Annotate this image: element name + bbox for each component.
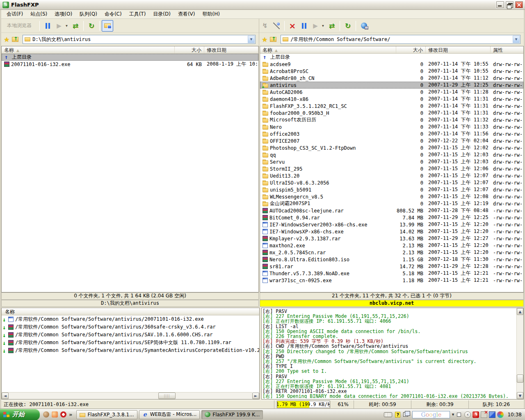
quick-connect-button[interactable] [259,20,271,32]
scroll-right-icon[interactable] [252,393,259,399]
file-row[interactable]: maxthon2.exe 2.13 MB 2007-11-15 上午 12:20… [260,242,523,249]
scroll-left-icon[interactable] [2,393,9,399]
menu-item[interactable]: 目录(D) [149,9,174,19]
file-row[interactable]: Nero 0 2007-11-14 下午 11:33 drw-rw-rw- [260,123,523,130]
site-view-button[interactable] [358,20,370,32]
scrollbar-thumb[interactable] [158,393,176,399]
file-row[interactable]: StormII_295 0 2007-11-15 上午 12:06 drw-rw… [260,165,523,172]
file-row[interactable]: WLMessengercn_v8.5 0 2007-11-15 上午 12:08… [260,193,523,200]
remote-path-combobox[interactable]: /常用软件/Common Software/Software/ [281,35,520,44]
file-row[interactable]: qq 0 2007-11-15 上午 12:03 drw-rw-rw- [260,151,523,158]
queue-item[interactable]: /常用软件/Common Software/Software/antivirus… [2,331,259,339]
quick-launch-icon-2[interactable] [52,411,58,418]
menu-item[interactable]: 工具(T) [126,9,150,19]
file-row[interactable]: Photoshop_CS3_SC_V1.2-FtpDown 0 2007-11-… [260,144,523,151]
quick-launch-overflow-icon[interactable] [69,411,72,418]
file-row[interactable]: UltraISO-v8.6.3.2056 0 2007-11-15 上午 12:… [260,179,523,186]
help-icon[interactable] [395,412,400,418]
go-dropdown-button[interactable] [65,20,70,32]
scroll-down-icon[interactable] [517,392,523,399]
chevron-down-icon[interactable] [248,36,255,43]
go-button[interactable] [53,20,65,32]
file-row[interactable]: Acrobat8ProSC 0 2007-11-14 下午 10:55 drw-… [260,68,523,75]
column-header-name[interactable]: 名称 [2,46,175,53]
menu-item[interactable]: 帮助(H) [199,9,224,19]
taskbar-task-button[interactable]: FlashFXP 199.9 K... [201,410,263,419]
favorites-star-icon[interactable] [4,36,9,43]
file-row[interactable]: AUTOcad2008sc-leejune.rar 808.52 MB 2007… [260,207,523,214]
up-folder-icon[interactable] [270,37,276,42]
swirl-tray-icon[interactable] [497,411,504,418]
collapse-chevron-icon[interactable] [464,411,471,418]
file-row[interactable]: mx_2.0.5.7845cn.rar 2.13 MB 2007-11-15 上… [260,249,523,256]
column-header-attr[interactable]: 属性 [491,46,523,53]
file-row[interactable]: Thunder.v5.7.3.389.NoAD.exe 5.18 MB 2007… [260,270,523,277]
quick-launch-icon-3[interactable] [60,411,66,418]
file-row[interactable]: IE7-WindowsServer2003-x86-chs.exe 13.99 … [260,221,523,228]
file-row[interactable]: 金山词霸2007SP1 0 2007-11-15 上午 12:19 drw-rw… [260,200,523,207]
queue-horizontal-scrollbar[interactable] [2,392,252,399]
column-header-size[interactable]: 大小 [396,46,426,53]
minimize-button[interactable] [496,1,504,9]
queue-item[interactable]: /常用软件/Common Software/Software/antivirus… [2,347,259,354]
file-row[interactable]: 上层目录 [260,54,523,61]
taskbar-task-button[interactable]: FlashFXP_3.3.8.1... [76,410,137,419]
column-header-date[interactable]: 修改日期 [204,46,258,53]
google-search-input[interactable]: Google [412,411,450,418]
file-row[interactable]: Uedit13.20 0 2007-11-15 上午 12:07 drw-rw-… [260,172,523,179]
file-row[interactable]: Nero.8.Ultra.Edition803.iso 1.15 GB 2007… [260,256,523,263]
start-button[interactable]: 开始 [0,409,40,420]
restore-button[interactable] [505,1,514,9]
local-path-combobox[interactable]: D:\我的文档\antivirus [23,35,256,44]
refresh-button[interactable] [342,20,354,32]
thunder-tray-icon[interactable] [472,411,479,418]
transfer-button[interactable] [70,20,81,32]
pause-button[interactable] [42,20,53,32]
pause-button[interactable] [298,20,310,32]
column-header-date[interactable]: 修改日期 [426,46,491,53]
file-row[interactable]: 上层目录 [2,54,258,61]
go-dropdown-button[interactable] [321,20,326,32]
menu-item[interactable]: 查看(V) [174,9,199,19]
chevron-down-icon[interactable] [513,36,520,43]
menu-item[interactable]: 队列(Q) [76,9,101,19]
favorites-star-icon[interactable] [262,36,267,43]
file-row[interactable]: antivirus 0 2007-11-29 上午 12:25 drw-rw-r… [260,82,523,89]
scroll-up-icon[interactable] [517,308,523,315]
file-row[interactable]: sr81.rar 14.72 MB 2007-11-29 上午 12:28 -r… [260,263,523,270]
queue-column-header[interactable]: 名称 [2,308,259,315]
close-button[interactable] [515,1,523,9]
refresh-button[interactable] [86,20,97,32]
file-row[interactable]: 20071101-016-i32.exe 64 KB 2008-1-19 上午 … [2,61,258,68]
file-row[interactable]: daemon410-x86 0 2007-11-14 下午 11:31 drw-… [260,96,523,103]
local-browser-button[interactable]: 本地浏览器 [1,22,37,29]
file-row[interactable]: IE7-WindowsXP-x86-chs.exe 14.02 MB 2007-… [260,228,523,235]
file-row[interactable]: office2003 0 2007-11-14 下午 11:56 drw-rw-… [260,130,523,137]
transfer-button[interactable] [326,20,338,32]
file-row[interactable]: BitComet_0.94.rar 7.84 MB 2007-11-29 上午 … [260,214,523,221]
file-row[interactable]: wrar371sc_cn-0925.exe 1.18 MB 2007-11-15… [260,277,523,284]
network-tray-icon[interactable] [489,411,495,418]
file-row[interactable]: foobar2000_0.950b3_H 0 2007-11-14 下午 11:… [260,110,523,116]
file-row[interactable]: AutoCAD2006 0 2007-11-14 下午 11:28 drw-rw… [260,89,523,96]
column-header-name[interactable]: 名称 [260,46,396,53]
menu-item[interactable]: 会话(F) [3,9,27,19]
connect-button[interactable] [271,20,282,32]
queue-item[interactable]: /常用软件/Common Software/Software/antivirus… [2,339,259,347]
menu-item[interactable]: 选项(O) [51,9,76,19]
up-folder-icon[interactable] [12,37,18,42]
abort-button[interactable] [287,20,298,32]
queue-item[interactable]: /常用软件/Common Software/Software/antivirus… [2,315,259,323]
file-row[interactable]: Microsoft农历日历 0 2007-11-14 下午 11:32 drw-… [260,116,523,123]
file-row[interactable]: acdsee9 0 2007-11-14 下午 10:55 drw-rw-rw- [260,61,523,68]
search-dropdown-icon[interactable] [452,413,454,417]
window-cascade-icon[interactable] [403,412,408,417]
go-button[interactable] [310,20,321,32]
file-row[interactable]: AdbeRdr80_zh_CN 0 2007-11-14 下午 11:12 dr… [260,75,523,82]
column-header-size[interactable]: 大小 [175,46,204,53]
queue-item[interactable]: /常用软件/Common Software/Software/antivirus… [2,323,259,331]
file-row[interactable]: Servu 0 2007-11-15 上午 12:03 drw-rw-rw- [260,158,523,165]
taskbar-task-button[interactable]: WEB迅雷 - Micros... [139,410,200,419]
scrollbar-thumb[interactable] [517,374,523,383]
file-row[interactable]: OFFICE2007 0 2007-12-22 下午 02:04 drw-rw-… [260,137,523,144]
